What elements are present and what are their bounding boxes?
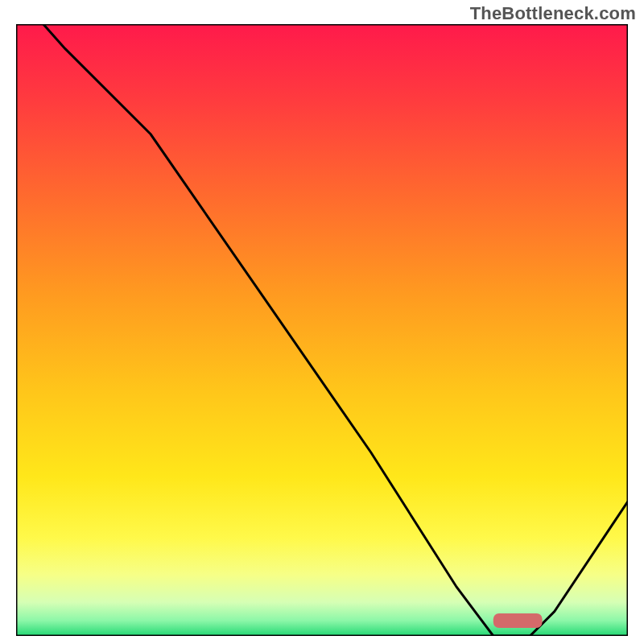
gradient-background: [16, 24, 628, 636]
bottleneck-chart: [16, 24, 628, 636]
chart-container: TheBottleneck.com: [0, 0, 644, 644]
sweet-spot-marker: [493, 613, 543, 628]
watermark-text: TheBottleneck.com: [470, 3, 636, 24]
